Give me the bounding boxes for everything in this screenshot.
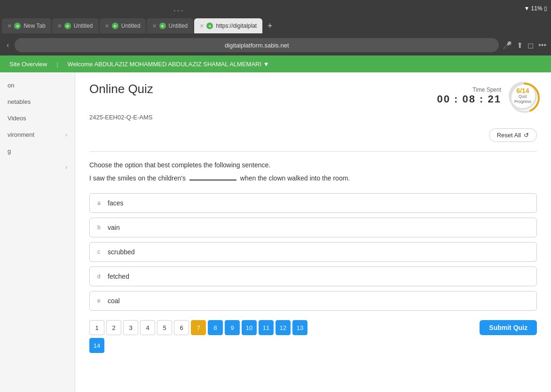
tab-untitled-3[interactable]: × ⊕ Untitled [147,18,193,33]
timer-value: 00 : 08 : 21 [437,93,501,105]
tab-globe-icon: ⊕ [64,23,71,29]
answer-option-b[interactable]: b vain [89,218,537,237]
sidebar-item-vironment[interactable]: vironment › [0,126,75,143]
sidebar-item-label: on [8,82,14,89]
page-btn-4[interactable]: 4 [140,320,155,335]
tab-active[interactable]: × ⊕ https://digitalplat [194,18,262,33]
main-layout: on netables Videos vironment › g › Onlin… [0,72,551,392]
answer-option-c[interactable]: c scrubbed [89,242,537,262]
quiz-header: Online Quiz Time Spent 00 : 08 : 21 6/14… [89,82,537,110]
sidebar-item-g[interactable]: g [0,143,75,159]
page-btn-3[interactable]: 3 [123,320,138,335]
submit-quiz-button[interactable]: Submit Quiz [480,320,537,335]
new-tab-button[interactable]: + [263,19,276,32]
quiz-content: Online Quiz Time Spent 00 : 08 : 21 6/14… [75,72,551,392]
answer-option-d[interactable]: d fetched [89,267,537,286]
reset-btn-container: Reset All ↺ [89,128,537,142]
tab-bar: × ⊕ New Tab × ⊕ Untitled × ⊕ Untitled × … [0,17,551,35]
quiz-title: Online Quiz [89,82,153,96]
tab-switcher-icon[interactable]: ◻ [527,41,534,50]
sidebar-item-videos[interactable]: Videos [0,110,75,126]
sidebar-item-on[interactable]: on [0,77,75,94]
tab-label: New Tab [24,23,45,29]
page-btn-11[interactable]: 11 [259,320,274,335]
chevron-down-icon: › [65,164,67,171]
content-divider [89,151,537,152]
page-btn-8[interactable]: 8 [208,320,223,335]
signal-indicator: ▼ 11% ▯ [524,5,547,12]
tab-close-icon[interactable]: × [105,22,109,30]
header-separator: | [56,61,58,68]
site-overview-link[interactable]: Site Overview [9,61,47,68]
answer-option-a[interactable]: a faces [89,193,537,213]
url-text: digitalplatform.sabis.net [225,42,289,49]
option-text-c: scrubbed [108,248,135,256]
window-dots: ... [173,4,185,14]
progress-ring-svg [509,82,541,114]
tab-globe-icon: ⊕ [14,23,21,29]
progress-circle: 6/14 Quiz Progress [509,82,537,110]
sidebar-item-label: g [8,148,11,155]
reset-all-button[interactable]: Reset All ↺ [489,128,537,142]
sidebar-item-netables[interactable]: netables [0,94,75,110]
page-btn-1[interactable]: 1 [89,320,104,335]
question-instruction: Choose the option that best completes th… [89,161,537,169]
reset-label: Reset All [497,132,521,139]
welcome-text: Welcome ABDULAZIZ MOHAMMED ABDULAZIZ SHA… [68,61,269,68]
microphone-icon[interactable]: 🎤 [503,41,512,50]
tab-close-icon[interactable]: × [200,22,204,30]
option-letter-d: d [97,273,104,280]
page-btn-9[interactable]: 9 [225,320,240,335]
sidebar-item-label: netables [8,98,31,105]
browser-top-bar: ... ▼ 11% ▯ [0,0,551,17]
tab-new-tab[interactable]: × ⊕ New Tab [2,18,51,33]
page-btn-10[interactable]: 10 [242,320,257,335]
timer-label: Time Spent [437,86,501,93]
page-btn-13[interactable]: 13 [292,320,307,335]
tab-label: Untitled [169,23,188,29]
tab-globe-icon: ⊕ [112,23,118,29]
tab-close-icon[interactable]: × [58,22,62,30]
option-text-b: vain [108,224,120,231]
address-bar-row: ‹ digitalplatform.sabis.net 🎤 ⬆ ◻ ••• [0,35,551,55]
share-icon[interactable]: ⬆ [517,41,523,50]
tab-globe-icon: ⊕ [159,23,166,29]
tab-close-icon[interactable]: × [8,22,11,30]
tab-label: Untitled [74,23,93,29]
page-btn-12[interactable]: 12 [276,320,291,335]
sidebar: on netables Videos vironment › g › [0,72,75,392]
page-btn-6[interactable]: 6 [174,320,189,335]
back-button[interactable]: ‹ [5,39,11,51]
page-btn-2[interactable]: 2 [106,320,121,335]
question-text: I saw the smiles on the children's when … [89,174,537,182]
reset-icon: ↺ [524,132,529,139]
chevron-down-icon: › [65,132,67,138]
page-btn-5[interactable]: 5 [157,320,172,335]
more-options-icon[interactable]: ••• [538,41,546,49]
tab-untitled-1[interactable]: × ⊕ Untitled [52,18,99,33]
tab-label: Untitled [121,23,141,29]
sidebar-item-label: vironment [8,131,34,138]
tab-label: https://digitalplat [216,23,257,29]
option-letter-a: a [97,200,104,206]
sidebar-item-bottom[interactable]: › [0,159,75,175]
option-text-e: coal [108,297,120,305]
answer-option-e[interactable]: e coal [89,291,537,311]
quiz-timer-section: Time Spent 00 : 08 : 21 6/14 Quiz Progre… [437,82,537,110]
sidebar-item-label: Videos [8,115,26,122]
option-letter-e: e [97,298,104,304]
timer-block: Time Spent 00 : 08 : 21 [437,86,501,105]
page-btn-14[interactable]: 14 [89,338,104,353]
option-text-d: fetched [108,273,129,280]
option-text-a: faces [108,199,123,207]
site-header: Site Overview | Welcome ABDULAZIZ MOHAMM… [0,55,551,72]
quiz-id: 2425-EEH02-Q-E-AMS [89,114,537,121]
address-bar[interactable]: digitalplatform.sabis.net [15,38,499,52]
option-letter-b: b [97,224,104,231]
option-letter-c: c [97,249,104,255]
tab-untitled-2[interactable]: × ⊕ Untitled [100,18,146,33]
tab-globe-icon: ⊕ [206,23,213,29]
page-btn-7[interactable]: 7 [191,320,206,335]
tab-close-icon[interactable]: × [152,22,156,30]
blank-field [189,180,236,180]
